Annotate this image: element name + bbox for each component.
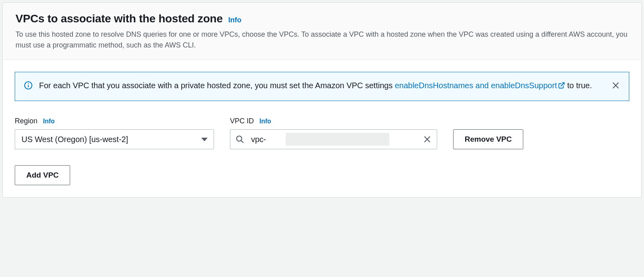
region-field: Region Info US West (Oregon) [us-west-2] [15,117,214,149]
alert-link-text: enableDnsHostnames and enableDnsSupport [395,81,557,90]
region-label-row: Region Info [15,117,214,125]
alert-text-before: For each VPC that you associate with a p… [39,81,395,90]
alert-message: For each VPC that you associate with a p… [39,79,604,92]
alert-close-button[interactable] [611,80,621,91]
vpc-id-clear-button[interactable] [421,133,433,145]
vpc-id-input-wrap [230,129,437,149]
region-select[interactable]: US West (Oregon) [us-west-2] [15,129,214,149]
info-alert: For each VPC that you associate with a p… [15,72,629,101]
alert-text-after: to true. [565,81,592,90]
vpc-associate-panel: VPCs to associate with the hosted zone I… [2,2,642,198]
vpc-id-field: VPC ID Info [230,117,437,149]
remove-vpc-field: Remove VPC [453,129,523,149]
panel-title: VPCs to associate with the hosted zone [16,12,223,25]
panel-title-row: VPCs to associate with the hosted zone I… [16,12,628,25]
svg-point-2 [28,83,29,84]
vpc-id-label-row: VPC ID Info [230,117,437,125]
vpc-id-label: VPC ID [230,117,254,125]
header-info-link[interactable]: Info [228,16,242,24]
panel-body: For each VPC that you associate with a p… [3,60,641,197]
add-vpc-row: Add VPC [15,165,629,185]
svg-line-3 [561,83,564,86]
info-icon [24,79,33,90]
vpc-row: Region Info US West (Oregon) [us-west-2]… [15,117,629,149]
region-info-link[interactable]: Info [43,118,55,125]
add-vpc-button[interactable]: Add VPC [15,165,70,185]
region-select-wrap: US West (Oregon) [us-west-2] [15,129,214,149]
external-link-icon [558,82,565,89]
alert-link[interactable]: enableDnsHostnames and enableDnsSupport [395,81,565,90]
vpc-id-input[interactable] [230,129,437,149]
region-label: Region [15,117,37,125]
remove-vpc-button[interactable]: Remove VPC [453,129,523,149]
vpc-id-info-link[interactable]: Info [259,118,271,125]
panel-description: To use this hosted zone to resolve DNS q… [16,29,628,51]
panel-header: VPCs to associate with the hosted zone I… [3,3,641,60]
